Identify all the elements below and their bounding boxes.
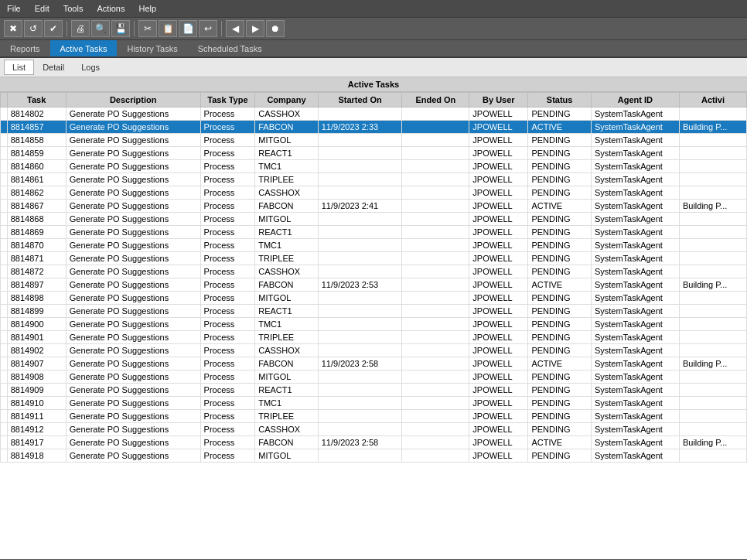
- menu-actions[interactable]: Actions: [94, 2, 128, 15]
- table-body: 8814802Generate PO SuggestionsProcessCAS…: [1, 108, 747, 463]
- row-indicator-cell: [1, 449, 8, 463]
- col-header-agent-id[interactable]: Agent ID: [591, 93, 679, 108]
- toolbar: ✖ ↺ ✔ 🖨 🔍 💾 ✂ 📋 📄 ↩ ◀ ▶ ⏺: [0, 17, 747, 40]
- activi-cell: [679, 292, 746, 305]
- toolbar-undo[interactable]: ↩: [199, 20, 217, 37]
- col-header-ended-on[interactable]: Ended On: [402, 93, 469, 108]
- status-cell: ACTIVE: [528, 436, 592, 449]
- toolbar-save[interactable]: 💾: [111, 20, 130, 37]
- table-row[interactable]: 8814872Generate PO SuggestionsProcessCAS…: [1, 265, 747, 278]
- activi-cell: [679, 305, 746, 318]
- toolbar-paste[interactable]: 📄: [179, 20, 197, 37]
- table-row[interactable]: 8814861Generate PO SuggestionsProcessTRI…: [1, 173, 747, 186]
- description-cell: Generate PO Suggestions: [66, 173, 200, 186]
- toolbar-forward[interactable]: ▶: [246, 20, 264, 37]
- started-on-cell: [318, 449, 402, 463]
- description-cell: Generate PO Suggestions: [66, 410, 200, 423]
- col-header-task[interactable]: Task: [7, 93, 66, 108]
- description-cell: Generate PO Suggestions: [66, 344, 200, 357]
- row-indicator-cell: [1, 213, 8, 226]
- toolbar-check[interactable]: ✔: [44, 20, 63, 37]
- company-cell: TMC1: [255, 160, 319, 173]
- table-row[interactable]: 8814917Generate PO SuggestionsProcessFAB…: [1, 436, 747, 449]
- table-row[interactable]: 8814899Generate PO SuggestionsProcessREA…: [1, 305, 747, 318]
- table-row[interactable]: 8814900Generate PO SuggestionsProcessTMC…: [1, 318, 747, 331]
- table-row[interactable]: 8814911Generate PO SuggestionsProcessTRI…: [1, 410, 747, 423]
- activi-cell: Building P...: [679, 357, 746, 370]
- task-type-cell: Process: [200, 357, 255, 370]
- ended-on-cell: [402, 292, 469, 305]
- table-row[interactable]: 8814897Generate PO SuggestionsProcessFAB…: [1, 278, 747, 292]
- row-indicator-cell: [1, 200, 8, 213]
- tasks-table: Task Description Task Type Company Start…: [0, 92, 747, 463]
- table-header-row: Task Description Task Type Company Start…: [1, 93, 747, 108]
- table-row[interactable]: 8814802Generate PO SuggestionsProcessCAS…: [1, 108, 747, 121]
- description-cell: Generate PO Suggestions: [66, 331, 200, 344]
- toolbar-print[interactable]: 🖨: [71, 20, 90, 37]
- table-row[interactable]: 8814868Generate PO SuggestionsProcessMIT…: [1, 213, 747, 226]
- table-row[interactable]: 8814860Generate PO SuggestionsProcessTMC…: [1, 160, 747, 173]
- table-row[interactable]: 8814918Generate PO SuggestionsProcessMIT…: [1, 449, 747, 463]
- toolbar-search[interactable]: 🔍: [91, 20, 110, 37]
- row-indicator-cell: [1, 278, 8, 292]
- table-row[interactable]: 8814908Generate PO SuggestionsProcessMIT…: [1, 370, 747, 384]
- table-container[interactable]: Task Description Task Type Company Start…: [0, 92, 747, 559]
- status-cell: PENDING: [528, 160, 592, 173]
- activi-cell: [679, 397, 746, 410]
- table-row[interactable]: 8814907Generate PO SuggestionsProcessFAB…: [1, 357, 747, 370]
- table-row[interactable]: 8814898Generate PO SuggestionsProcessMIT…: [1, 292, 747, 305]
- toolbar-cut[interactable]: ✂: [138, 20, 157, 37]
- company-cell: MITGOL: [255, 449, 319, 463]
- activi-cell: [679, 265, 746, 278]
- table-row[interactable]: 8814901Generate PO SuggestionsProcessTRI…: [1, 331, 747, 344]
- ended-on-cell: [402, 370, 469, 384]
- table-row[interactable]: 8814858Generate PO SuggestionsProcessMIT…: [1, 134, 747, 147]
- col-header-by-user[interactable]: By User: [469, 93, 528, 108]
- col-header-status[interactable]: Status: [528, 93, 592, 108]
- table-row[interactable]: 8814871Generate PO SuggestionsProcessTRI…: [1, 252, 747, 265]
- tab-reports[interactable]: Reports: [0, 40, 50, 56]
- col-header-company[interactable]: Company: [255, 93, 319, 108]
- task-number-cell: 8814899: [7, 305, 66, 318]
- table-row[interactable]: 8814859Generate PO SuggestionsProcessREA…: [1, 147, 747, 160]
- toolbar-copy[interactable]: 📋: [159, 20, 177, 37]
- tab-scheduled-tasks[interactable]: Scheduled Tasks: [188, 40, 272, 56]
- col-header-description[interactable]: Description: [66, 93, 200, 108]
- by-user-cell: JPOWELL: [469, 121, 528, 134]
- toolbar-refresh[interactable]: ↺: [24, 20, 43, 37]
- table-row[interactable]: 8814912Generate PO SuggestionsProcessCAS…: [1, 423, 747, 436]
- table-row[interactable]: 8814867Generate PO SuggestionsProcessFAB…: [1, 200, 747, 213]
- table-row[interactable]: 8814909Generate PO SuggestionsProcessREA…: [1, 384, 747, 397]
- sub-tab-list[interactable]: List: [4, 60, 34, 75]
- task-type-cell: Process: [200, 239, 255, 252]
- menu-help[interactable]: Help: [135, 2, 159, 15]
- table-row[interactable]: 8814862Generate PO SuggestionsProcessCAS…: [1, 186, 747, 200]
- ended-on-cell: [402, 108, 469, 121]
- table-row[interactable]: 8814902Generate PO SuggestionsProcessCAS…: [1, 344, 747, 357]
- status-cell: PENDING: [528, 318, 592, 331]
- toolbar-record[interactable]: ⏺: [266, 20, 285, 37]
- row-indicator-cell: [1, 173, 8, 186]
- menu-bar: File Edit Tools Actions Help: [0, 0, 747, 17]
- table-row[interactable]: 8814870Generate PO SuggestionsProcessTMC…: [1, 239, 747, 252]
- by-user-cell: JPOWELL: [469, 213, 528, 226]
- menu-edit[interactable]: Edit: [32, 2, 53, 15]
- sub-tab-logs[interactable]: Logs: [73, 60, 108, 75]
- menu-file[interactable]: File: [4, 2, 24, 15]
- tab-history-tasks[interactable]: History Tasks: [117, 40, 187, 56]
- table-row[interactable]: 8814869Generate PO SuggestionsProcessREA…: [1, 226, 747, 239]
- sub-tab-detail[interactable]: Detail: [34, 60, 73, 75]
- menu-tools[interactable]: Tools: [60, 2, 87, 15]
- toolbar-back[interactable]: ◀: [226, 20, 244, 37]
- table-row[interactable]: 8814910Generate PO SuggestionsProcessTMC…: [1, 397, 747, 410]
- task-type-cell: Process: [200, 213, 255, 226]
- table-row[interactable]: ▶8814857Generate PO SuggestionsProcessFA…: [1, 121, 747, 134]
- col-header-started-on[interactable]: Started On: [318, 93, 402, 108]
- tab-active-tasks[interactable]: Active Tasks: [50, 40, 118, 56]
- ended-on-cell: [402, 305, 469, 318]
- task-number-cell: 8814910: [7, 397, 66, 410]
- activi-cell: Building P...: [679, 200, 746, 213]
- toolbar-close[interactable]: ✖: [4, 20, 22, 37]
- col-header-task-type[interactable]: Task Type: [200, 93, 255, 108]
- col-header-activi[interactable]: Activi: [679, 93, 746, 108]
